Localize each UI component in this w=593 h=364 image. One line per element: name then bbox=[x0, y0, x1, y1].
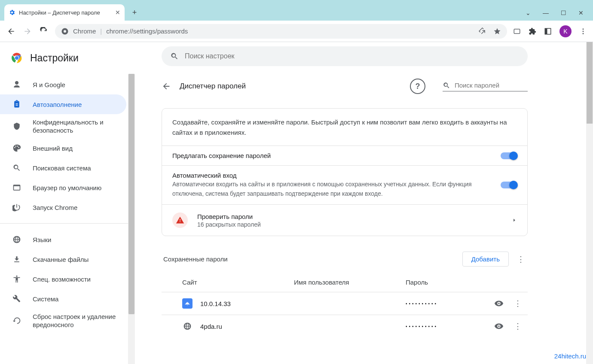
sidebar-item-label: Скачанные файлы bbox=[33, 256, 89, 263]
wrench-icon bbox=[12, 294, 21, 303]
menu-icon[interactable] bbox=[579, 27, 587, 35]
site-favicon bbox=[182, 321, 193, 331]
setting-subtitle: Автоматически входить на сайты и в прило… bbox=[172, 180, 494, 198]
sidebar-item-label: Сброс настроек и удаление вредоносного bbox=[33, 312, 126, 329]
sidebar-item-appearance[interactable]: Внешний вид bbox=[0, 138, 126, 158]
row-site: 4pda.ru bbox=[200, 323, 294, 330]
sidebar-item-system[interactable]: Система bbox=[0, 289, 126, 309]
setting-offer-save: Предлагать сохранение паролей bbox=[162, 146, 527, 165]
password-search[interactable] bbox=[443, 82, 528, 91]
svg-point-7 bbox=[583, 33, 584, 34]
address-bar[interactable]: Chrome | chrome://settings/passwords bbox=[55, 24, 507, 39]
sidebar-scrollbar[interactable] bbox=[128, 74, 135, 364]
bookmark-icon[interactable] bbox=[493, 27, 501, 35]
accessibility-icon bbox=[12, 274, 21, 284]
omnibox-source: Chrome bbox=[73, 27, 96, 35]
sidebar-item-label: Запуск Chrome bbox=[33, 204, 77, 211]
browser-tab[interactable]: Настройки – Диспетчер пароле ✕ bbox=[4, 4, 125, 21]
window-close-icon[interactable]: ✕ bbox=[578, 9, 584, 16]
reading-list-icon[interactable] bbox=[544, 27, 552, 35]
show-password-icon[interactable] bbox=[494, 322, 504, 331]
tab-close-icon[interactable]: ✕ bbox=[115, 9, 120, 16]
omnibox-url: chrome://settings/passwords bbox=[106, 27, 188, 35]
toggle-offer-save[interactable] bbox=[501, 152, 517, 159]
chrome-logo-icon bbox=[11, 52, 22, 64]
download-icon bbox=[12, 255, 21, 264]
add-password-button[interactable]: Добавить bbox=[462, 252, 509, 267]
settings-card: Создавайте, сохраняйте и изменяйте парол… bbox=[162, 108, 528, 236]
check-title: Проверить пароли bbox=[197, 213, 502, 220]
power-icon bbox=[12, 203, 21, 212]
search-icon bbox=[12, 163, 21, 173]
sidebar-item-startup[interactable]: Запуск Chrome bbox=[0, 197, 126, 217]
sidebar-item-label: Браузер по умолчанию bbox=[33, 184, 101, 191]
palette-icon bbox=[12, 143, 21, 153]
row-more-icon[interactable]: ⋮ bbox=[514, 299, 522, 308]
window-minimize-icon[interactable]: — bbox=[543, 9, 549, 16]
clipboard-icon bbox=[12, 100, 21, 109]
new-tab-button[interactable]: + bbox=[128, 6, 141, 19]
check-subtitle: 16 раскрытых паролей bbox=[197, 221, 502, 228]
gear-icon bbox=[9, 9, 15, 16]
sidebar-item-accessibility[interactable]: Спец. возможности bbox=[0, 269, 126, 289]
svg-point-5 bbox=[583, 28, 584, 30]
password-table: Сайт Имя пользователя Пароль 10.0.14.33 … bbox=[162, 273, 528, 337]
restore-icon bbox=[12, 316, 21, 325]
window-maximize-icon[interactable]: ☐ bbox=[561, 9, 566, 16]
show-password-icon[interactable] bbox=[494, 299, 504, 308]
sidebar-item-languages[interactable]: Языки bbox=[0, 230, 126, 249]
panel-icon[interactable] bbox=[513, 27, 521, 35]
sidebar-item-default-browser[interactable]: Браузер по умолчанию bbox=[0, 178, 126, 197]
help-button[interactable]: ? bbox=[410, 79, 425, 94]
settings-header: Настройки bbox=[0, 42, 135, 74]
check-passwords-row[interactable]: Проверить пароли 16 раскрытых паролей bbox=[162, 204, 527, 236]
password-row[interactable]: 4pda.ru •••••••••• ⋮ bbox=[162, 315, 528, 337]
sidebar-item-you-and-google[interactable]: Я и Google bbox=[0, 75, 126, 94]
sidebar-item-search-engine[interactable]: Поисковая система bbox=[0, 158, 126, 178]
sidebar-item-label: Автозаполнение bbox=[33, 101, 82, 108]
card-description: Создавайте, сохраняйте и изменяйте парол… bbox=[162, 109, 527, 146]
settings-search[interactable] bbox=[162, 46, 528, 66]
browser-toolbar: Chrome | chrome://settings/passwords K bbox=[0, 21, 593, 42]
sidebar-item-downloads[interactable]: Скачанные файлы bbox=[0, 249, 126, 269]
sidebar-item-privacy[interactable]: Конфиденциальность и безопасность bbox=[0, 114, 126, 138]
toggle-auto-login[interactable] bbox=[501, 182, 517, 188]
setting-title: Автоматический вход bbox=[172, 172, 494, 179]
column-user: Имя пользователя bbox=[294, 279, 406, 286]
profile-avatar[interactable]: K bbox=[559, 25, 572, 37]
search-icon bbox=[443, 82, 450, 89]
sidebar-item-label: Поисковая система bbox=[33, 164, 91, 172]
setting-auto-login: Автоматический вход Автоматически входит… bbox=[162, 165, 527, 204]
share-icon[interactable] bbox=[479, 27, 486, 35]
globe-icon bbox=[12, 235, 21, 244]
window-dropdown-icon[interactable]: ⌄ bbox=[526, 9, 531, 16]
forward-button[interactable] bbox=[22, 26, 33, 36]
column-password: Пароль bbox=[406, 279, 528, 286]
password-search-input[interactable] bbox=[455, 82, 528, 89]
window-controls: ⌄ — ☐ ✕ bbox=[526, 9, 593, 21]
reload-button[interactable] bbox=[39, 26, 49, 36]
section-more-icon[interactable]: ⋮ bbox=[516, 255, 526, 264]
chrome-icon bbox=[61, 27, 69, 35]
svg-rect-2 bbox=[514, 29, 520, 33]
sidebar-item-label: Языки bbox=[33, 236, 51, 243]
row-site: 10.0.14.33 bbox=[200, 300, 294, 307]
extensions-icon[interactable] bbox=[529, 27, 536, 35]
search-icon bbox=[170, 52, 179, 61]
back-arrow-icon[interactable] bbox=[162, 82, 171, 91]
row-more-icon[interactable]: ⋮ bbox=[514, 322, 522, 331]
shield-icon bbox=[12, 121, 21, 131]
omnibox-sep: | bbox=[100, 27, 102, 35]
sidebar-item-label: Система bbox=[33, 295, 58, 303]
sidebar-item-reset[interactable]: Сброс настроек и удаление вредоносного bbox=[0, 309, 126, 333]
settings-search-input[interactable] bbox=[185, 52, 519, 60]
main-scrollbar[interactable] bbox=[586, 42, 593, 364]
site-favicon bbox=[182, 298, 193, 309]
password-row[interactable]: 10.0.14.33 •••••••••• ⋮ bbox=[162, 292, 528, 315]
browser-icon bbox=[12, 183, 21, 192]
watermark: 24hitech.ru bbox=[554, 352, 586, 360]
sidebar-item-autofill[interactable]: Автозаполнение bbox=[0, 94, 126, 114]
settings-sidebar: Я и Google Автозаполнение Конфиденциальн… bbox=[0, 74, 135, 333]
back-button[interactable] bbox=[6, 26, 16, 36]
person-icon bbox=[12, 80, 21, 89]
